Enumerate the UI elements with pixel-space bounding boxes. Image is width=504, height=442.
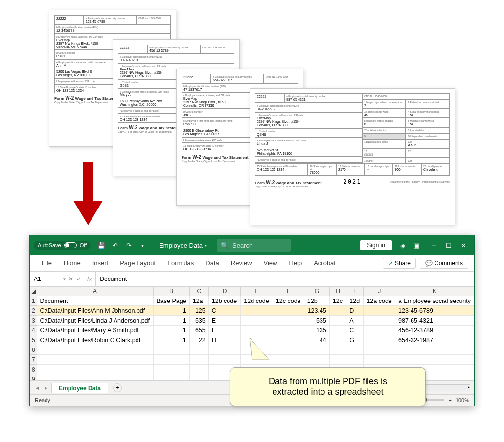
add-sheet-button[interactable]: + [113,383,122,392]
formula-input[interactable]: Document [95,272,474,286]
zoom-in-icon[interactable]: + [448,397,451,403]
w2-forms-stack: 22222 a Employee's social security numbe… [49,10,465,220]
name-box-dropdown-icon[interactable]: ▾ [63,277,66,281]
search-placeholder: Search [232,242,252,249]
tab-formulas[interactable]: Formulas [161,255,200,272]
tab-file[interactable]: File [36,255,58,272]
toggle-icon [64,242,77,248]
diamond-icon[interactable]: ◈ [396,238,410,252]
comment-icon: 💬 [425,260,433,267]
down-arrow-icon [73,162,103,227]
search-input[interactable]: 🔍 Search [217,239,291,252]
callout-line2: extracted into a spreadsheet [241,387,414,397]
sheet-nav-next-icon[interactable]: ▸ [43,384,49,391]
chevron-down-icon: ▾ [205,243,207,248]
table-row[interactable]: 1DocumentBase Page12a12b code12d code12c… [30,296,474,306]
signin-button[interactable]: Sign in [360,240,392,250]
minimize-icon[interactable]: ─ [427,238,441,252]
comments-button[interactable]: 💬Comments [420,258,468,269]
table-row[interactable]: 2C:\Data\Input Files\Ann M Johnson.pdf11… [30,306,474,316]
tab-acrobat[interactable]: Acrobat [308,255,342,272]
autosave-label: AutoSave [38,242,61,248]
enter-icon[interactable]: ✓ [76,276,81,282]
titlebar: AutoSave Off 💾 ↶ ↷ ▾ Employee Data ▾ 🔍 S… [30,235,474,255]
search-icon: 🔍 [221,242,229,249]
tab-page-layout[interactable]: Page Layout [114,255,161,272]
table-row[interactable]: 3C:\Data\Input Files\Linda J Anderson.pd… [30,316,474,326]
tab-data[interactable]: Data [200,255,225,272]
tab-help[interactable]: Help [283,255,308,272]
close-icon[interactable]: ✕ [457,238,470,252]
ribbon-tabs: File Home Insert Page Layout Formulas Da… [30,255,474,272]
cancel-icon[interactable]: ✕ [69,276,73,282]
w2-form-4: 22222 a Employee's social security numbe… [250,88,455,225]
display-options-icon[interactable]: ▣ [410,238,423,252]
callout-tail-icon [245,333,284,372]
save-icon[interactable]: 💾 [94,238,108,252]
maximize-icon[interactable]: ☐ [442,238,456,252]
redo-icon[interactable]: ↷ [122,238,136,252]
callout-line1: Data from multiple PDF files is [241,376,414,387]
formula-bar: A1 ▾ ✕ ✓ fx Document [30,272,474,286]
select-all-corner[interactable]: ◢ [30,287,37,296]
undo-icon[interactable]: ↶ [108,238,122,252]
share-icon: ↗ [388,260,393,267]
fx-icon[interactable]: fx [87,276,92,282]
sheet-nav-prev-icon[interactable]: ◂ [34,384,41,391]
name-box[interactable]: A1 [30,272,59,286]
autosave-toggle[interactable]: AutoSave Off [34,241,91,250]
zoom-percent[interactable]: 100% [456,397,469,403]
autosave-state: Off [80,242,87,248]
tab-insert[interactable]: Insert [87,255,115,272]
callout: Data from multiple PDF files is extracte… [230,352,426,406]
share-button[interactable]: ↗Share [383,258,416,269]
sheet-tab-active[interactable]: Employee Data [51,383,108,393]
tab-home[interactable]: Home [58,255,87,272]
column-headers[interactable]: ◢ A B C D E F G H I J K [30,287,474,296]
tab-view[interactable]: View [257,255,283,272]
doc-title[interactable]: Employee Data ▾ [159,242,207,249]
status-text: Ready [35,397,50,403]
tab-review[interactable]: Review [225,255,258,272]
qat-dropdown-icon[interactable]: ▾ [136,238,149,252]
